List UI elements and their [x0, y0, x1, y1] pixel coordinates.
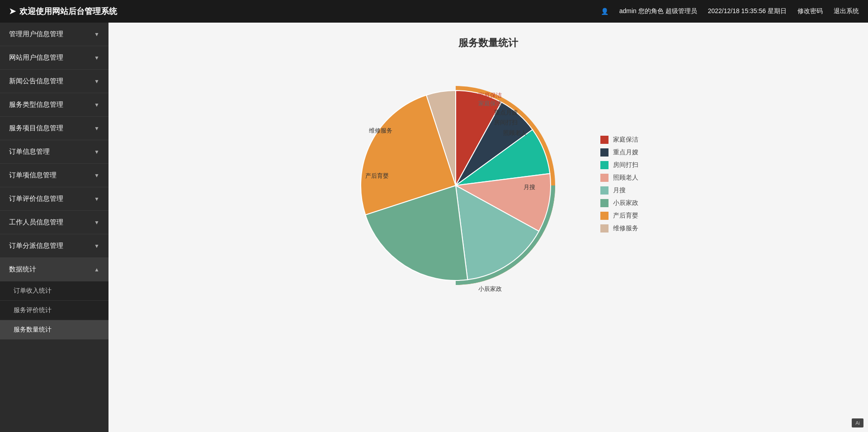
site-title: 欢迎使用网站后台管理系统 — [19, 6, 117, 17]
sidebar-item-order-review[interactable]: 订单评价信息管理 ▼ — [0, 187, 108, 211]
legend-item-weixiufuwu: 维修服务 — [600, 224, 638, 233]
legend-item-chanhouyuying: 产后育婴 — [600, 212, 638, 220]
legend-label: 房间打扫 — [613, 161, 638, 169]
sidebar-item-news[interactable]: 新闻公告信息管理 ▼ — [0, 70, 108, 93]
legend-label: 小辰家政 — [613, 199, 638, 207]
legend-color-weixiufuwu — [600, 224, 609, 233]
sidebar: 管理用户信息管理 ▼ 网站用户信息管理 ▼ 新闻公告信息管理 ▼ 服务类型信息管… — [0, 23, 108, 432]
sidebar-item-order-dispatch[interactable]: 订单分派信息管理 ▼ — [0, 234, 108, 258]
legend-label: 维修服务 — [613, 224, 638, 233]
sidebar-sub-item-order-income[interactable]: 订单收入统计 — [0, 281, 108, 301]
arrow-icon: ➤ — [9, 6, 16, 16]
chevron-down-icon: ▼ — [94, 172, 99, 179]
sidebar-submenu-stats: 订单收入统计 服务评价统计 服务数量统计 — [0, 281, 108, 340]
sidebar-item-service-type[interactable]: 服务类型信息管理 ▼ — [0, 93, 108, 117]
sidebar-label: 服务类型信息管理 — [9, 100, 63, 109]
legend-color-yuesou — [600, 186, 609, 195]
legend: 家庭保洁 重点月嫂 房间打扫 照顾老人 月搜 — [600, 136, 638, 233]
chevron-down-icon: ▼ — [94, 102, 99, 108]
legend-color-jiatingbaojie — [600, 136, 609, 144]
user-icon: 👤 — [601, 8, 609, 15]
sidebar-label: 新闻公告信息管理 — [9, 77, 63, 85]
chevron-down-icon: ▼ — [94, 125, 99, 132]
sidebar-item-website-user[interactable]: 网站用户信息管理 ▼ — [0, 46, 108, 70]
sidebar-label: 订单项信息管理 — [9, 171, 57, 180]
legend-color-zhongdianyuesao — [600, 148, 609, 157]
chevron-down-icon: ▼ — [94, 243, 99, 249]
legend-item-zhongdianyuesao: 重点月嫂 — [600, 148, 638, 157]
main-layout: 管理用户信息管理 ▼ 网站用户信息管理 ▼ 新闻公告信息管理 ▼ 服务类型信息管… — [0, 23, 868, 432]
sidebar-label: 订单评价信息管理 — [9, 195, 63, 203]
legend-label: 产后育婴 — [613, 212, 638, 220]
sidebar-label: 工作人员信息管理 — [9, 218, 63, 227]
legend-color-fangjiandasao — [600, 161, 609, 169]
header: ➤ 欢迎使用网站后台管理系统 👤 admin 您的角色 超级管理员 2022/1… — [0, 0, 868, 23]
legend-item-fangjiandasao: 房间打扫 — [600, 161, 638, 169]
change-password-link[interactable]: 修改密码 — [797, 7, 823, 15]
legend-label: 重点月嫂 — [613, 148, 638, 157]
legend-item-zhaogulaoren: 照顾老人 — [600, 174, 638, 182]
sidebar-item-order-item[interactable]: 订单项信息管理 ▼ — [0, 164, 108, 187]
legend-color-zhaogulaoren — [600, 174, 609, 182]
chart-title: 服务数量统计 — [458, 36, 518, 50]
chevron-down-icon: ▼ — [94, 149, 99, 155]
chevron-down-icon: ▼ — [94, 55, 99, 61]
sidebar-label: 服务项目信息管理 — [9, 124, 63, 133]
pie-chart — [338, 63, 582, 308]
legend-item-jiatingbaojie: 家庭保洁 — [600, 136, 638, 144]
watermark: Ai — [852, 418, 863, 427]
chevron-down-icon: ▼ — [94, 196, 99, 202]
logout-link[interactable]: 退出系统 — [834, 7, 859, 15]
datetime: 2022/12/18 15:35:56 星期日 — [708, 7, 787, 15]
sidebar-label: 数据统计 — [9, 265, 36, 274]
legend-item-xiaochenjiazheng: 小辰家政 — [600, 199, 638, 207]
user-info: admin 您的角色 超级管理员 — [619, 7, 697, 15]
sidebar-label: 网站用户信息管理 — [9, 53, 63, 62]
sidebar-item-stats[interactable]: 数据统计 ▲ — [0, 258, 108, 281]
header-right: 👤 admin 您的角色 超级管理员 2022/12/18 15:35:56 星… — [601, 7, 859, 15]
legend-item-yuesou: 月搜 — [600, 186, 638, 195]
chart-area: 家庭保洁家庭保洁 重点月嫂 房间打扫 照顾老人 月搜 小辰家政 产后育婴 维修服… — [122, 63, 854, 305]
legend-label: 家庭保洁 — [613, 136, 638, 144]
pie-chart-container: 家庭保洁家庭保洁 重点月嫂 房间打扫 照顾老人 月搜 小辰家政 产后育婴 维修服… — [338, 63, 582, 305]
legend-label: 照顾老人 — [613, 174, 638, 182]
content-area: 服务数量统计 — [108, 23, 868, 432]
chevron-up-icon: ▲ — [94, 266, 99, 273]
sidebar-sub-item-service-review[interactable]: 服务评价统计 — [0, 301, 108, 320]
sidebar-item-service-project[interactable]: 服务项目信息管理 ▼ — [0, 117, 108, 140]
sidebar-item-staff[interactable]: 工作人员信息管理 ▼ — [0, 211, 108, 234]
sidebar-label: 管理用户信息管理 — [9, 30, 63, 38]
sidebar-sub-item-service-count[interactable]: 服务数量统计 — [0, 320, 108, 340]
header-left: ➤ 欢迎使用网站后台管理系统 — [9, 6, 117, 17]
sidebar-label: 订单信息管理 — [9, 147, 50, 156]
legend-label: 月搜 — [613, 186, 626, 195]
sidebar-label: 订单分派信息管理 — [9, 242, 63, 250]
sidebar-item-admin-user[interactable]: 管理用户信息管理 ▼ — [0, 23, 108, 46]
sidebar-item-order[interactable]: 订单信息管理 ▼ — [0, 140, 108, 164]
chevron-down-icon: ▼ — [94, 78, 99, 85]
chevron-down-icon: ▼ — [94, 31, 99, 38]
chevron-down-icon: ▼ — [94, 219, 99, 226]
legend-color-xiaochenjiazheng — [600, 199, 609, 207]
legend-color-chanhouyuying — [600, 212, 609, 220]
